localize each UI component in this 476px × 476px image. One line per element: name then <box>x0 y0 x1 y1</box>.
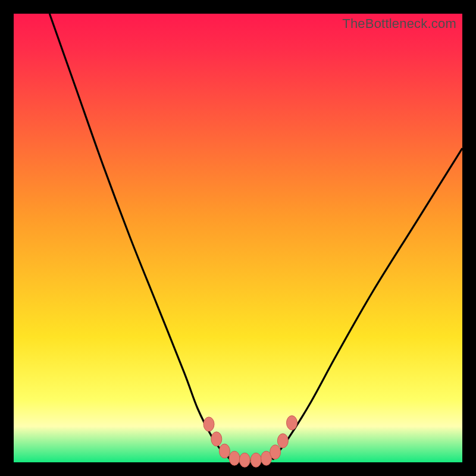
valley-marker <box>287 416 298 430</box>
valley-marker <box>203 417 214 431</box>
plot-area: TheBottleneck.com <box>14 14 462 462</box>
valley-marker <box>219 444 230 458</box>
valley-marker <box>270 445 281 459</box>
valley-marker <box>239 453 250 467</box>
chart-frame: TheBottleneck.com <box>0 0 476 476</box>
valley-marker <box>229 451 240 465</box>
valley-marker <box>250 453 261 467</box>
curve-path <box>49 14 462 461</box>
bottleneck-curve <box>14 14 462 462</box>
valley-marker <box>211 432 222 446</box>
valley-markers <box>203 416 298 468</box>
valley-marker <box>277 434 288 448</box>
